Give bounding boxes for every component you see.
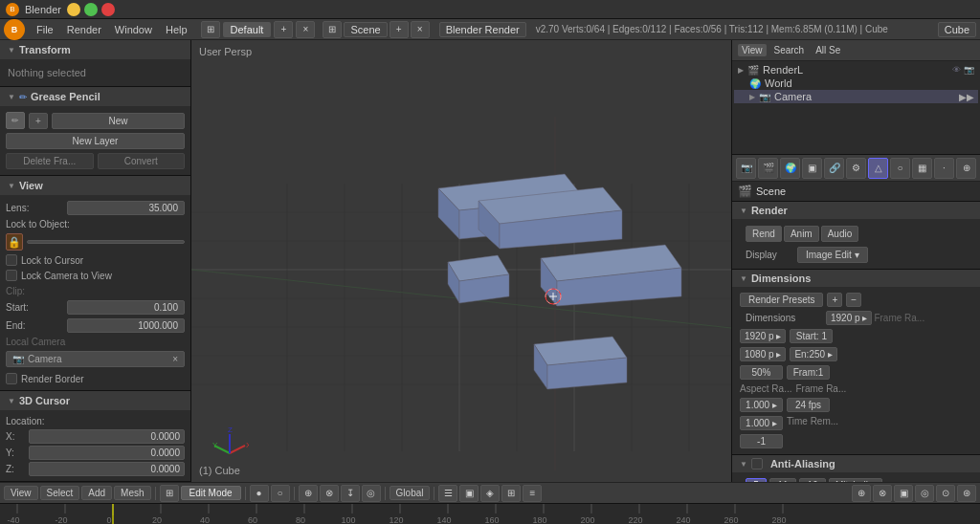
- anti-aliasing-header[interactable]: ▼ Anti-Aliasing: [732, 455, 980, 472]
- res-1080-btn[interactable]: 1080 p ▸: [740, 347, 786, 361]
- minimize-button[interactable]: [67, 3, 80, 16]
- workspace-add-icon[interactable]: +: [274, 21, 293, 38]
- viewport-end-icon3[interactable]: ▣: [894, 485, 913, 502]
- prop-icon-physics[interactable]: ⊕: [956, 158, 976, 179]
- prop-icon-particles[interactable]: ·: [934, 158, 954, 179]
- prop-icon-modifiers[interactable]: ⚙: [846, 158, 866, 179]
- mesh-btn[interactable]: Mesh: [114, 486, 150, 500]
- render-tab-audio[interactable]: Audio: [821, 226, 859, 242]
- select-btn[interactable]: Select: [40, 486, 80, 500]
- viewport-end-icon1[interactable]: ⊕: [852, 485, 871, 502]
- camera-field[interactable]: 📷 Camera ×: [6, 351, 185, 367]
- window-menu[interactable]: Window: [109, 22, 158, 37]
- render-presets-btn[interactable]: Render Presets: [740, 293, 823, 307]
- misc-icon4[interactable]: ⊞: [501, 485, 521, 502]
- expand-arrow-camera[interactable]: ▶: [749, 93, 755, 101]
- camera-clear-icon[interactable]: ×: [172, 354, 178, 364]
- fps-btn[interactable]: 24 fps: [787, 398, 830, 412]
- presets-add-btn[interactable]: +: [827, 293, 842, 307]
- render-border-row[interactable]: Render Border: [6, 371, 185, 386]
- file-menu[interactable]: File: [31, 22, 59, 37]
- outliner-world-row[interactable]: 🌍 World: [734, 76, 978, 90]
- workspace-selector[interactable]: Default: [223, 22, 272, 37]
- aspect-2-btn[interactable]: 1.000 ▸: [740, 416, 783, 430]
- maximize-button[interactable]: [84, 3, 98, 16]
- lock-object-field[interactable]: [27, 240, 185, 244]
- misc-icon3[interactable]: ◈: [480, 485, 500, 502]
- viewport-end-icon2[interactable]: ⊗: [873, 485, 892, 502]
- frame-end-btn[interactable]: En:250 ▸: [790, 347, 836, 361]
- scene-close-icon[interactable]: ×: [411, 21, 430, 38]
- x-value[interactable]: 0.0000: [29, 429, 185, 444]
- lock-cursor-row[interactable]: Lock to Cursor: [6, 252, 185, 268]
- render-menu[interactable]: Render: [61, 22, 107, 37]
- add-btn[interactable]: Add: [81, 486, 112, 500]
- cursor-3d-header[interactable]: ▼ 3D Cursor: [0, 391, 190, 410]
- outliner-allse-tab[interactable]: All Se: [812, 44, 844, 56]
- close-button[interactable]: [101, 3, 115, 16]
- prop-icon-constraints[interactable]: 🔗: [824, 158, 844, 179]
- render-section-header[interactable]: ▼ Render: [732, 202, 980, 219]
- editor-icon-vp[interactable]: ⊞: [160, 485, 179, 502]
- misc-icon1[interactable]: ☰: [438, 485, 457, 502]
- snap-icon[interactable]: ↧: [341, 485, 360, 502]
- lock-camera-checkbox[interactable]: [6, 270, 17, 281]
- shading-icon[interactable]: ●: [250, 485, 269, 502]
- expand-arrow-renderl[interactable]: ▶: [738, 66, 744, 75]
- outliner-view-tab[interactable]: View: [738, 44, 767, 56]
- frame-ruler[interactable]: -40 -20 0 20 40 60 80 100 120 140 160 18…: [0, 503, 980, 524]
- gp-new-layer-button[interactable]: New Layer: [6, 133, 185, 149]
- frame-start-btn[interactable]: Start: 1: [790, 329, 833, 343]
- misc-icon2[interactable]: ▣: [459, 485, 479, 502]
- outliner-search-tab[interactable]: Search: [770, 44, 809, 56]
- gp-new-button[interactable]: New: [52, 113, 185, 129]
- gp-convert-button[interactable]: Convert: [98, 153, 186, 169]
- viewport-end-icon6[interactable]: ⊛: [957, 485, 976, 502]
- proportional-icon[interactable]: ◎: [362, 485, 381, 502]
- outliner-renderl-row[interactable]: ▶ 🎬 RenderL 👁 📷: [734, 63, 978, 76]
- prop-icon-world[interactable]: 🌍: [780, 158, 800, 179]
- prop-icon-scene[interactable]: 🎬: [758, 158, 778, 179]
- global-dropdown[interactable]: Global: [390, 486, 431, 500]
- active-object-name[interactable]: Cube: [938, 22, 976, 37]
- frame-step-btn[interactable]: Fram:1: [787, 365, 830, 380]
- clip-end-value[interactable]: 1000.000: [67, 318, 185, 333]
- transform-header[interactable]: ▼ Transform: [0, 40, 190, 59]
- solid-icon[interactable]: ○: [271, 485, 290, 502]
- render-border-checkbox[interactable]: [6, 373, 17, 384]
- outliner-camera-row[interactable]: ▶ 📷 Camera ▶▶: [734, 90, 978, 103]
- scene-selector[interactable]: Scene: [344, 22, 387, 37]
- viewport-end-icon4[interactable]: ◎: [915, 485, 934, 502]
- editor-type-icon[interactable]: ⊞: [201, 21, 220, 38]
- prop-icon-texture[interactable]: ▦: [912, 158, 932, 179]
- misc-icon5[interactable]: ≡: [523, 485, 542, 502]
- render-engine-selector[interactable]: Blender Render: [439, 22, 526, 37]
- anti-aliasing-checkbox[interactable]: [751, 458, 763, 469]
- lock-camera-row[interactable]: Lock Camera to View: [6, 268, 185, 283]
- workspace-close-icon[interactable]: ×: [296, 21, 315, 38]
- prop-icon-render[interactable]: 📷: [736, 158, 756, 179]
- y-value[interactable]: 0.0000: [29, 446, 185, 460]
- gp-add-icon[interactable]: +: [29, 113, 48, 129]
- render-tab-anim[interactable]: Anim: [784, 226, 819, 242]
- scene-add-icon[interactable]: +: [390, 21, 409, 38]
- minus1-btn[interactable]: -1: [740, 434, 783, 448]
- lock-cursor-checkbox[interactable]: [6, 254, 17, 266]
- grease-pencil-header[interactable]: ▼ ✏ Grease Pencil: [0, 87, 190, 106]
- view-btn[interactable]: View: [4, 486, 38, 500]
- res-50-btn[interactable]: 50%: [740, 365, 783, 380]
- image-edit-btn[interactable]: Image Edit ▾: [797, 247, 868, 263]
- manipulator-icon[interactable]: ⊗: [320, 485, 339, 502]
- view-header[interactable]: ▼ View: [0, 176, 190, 195]
- z-value[interactable]: 0.0000: [29, 462, 185, 476]
- lens-value[interactable]: 35.000: [67, 201, 185, 215]
- clip-start-value[interactable]: 0.100: [67, 300, 185, 315]
- viewport-end-icon5[interactable]: ⊙: [936, 485, 955, 502]
- help-menu[interactable]: Help: [160, 22, 193, 37]
- render-tab-rend[interactable]: Rend: [746, 226, 782, 242]
- pivot-icon[interactable]: ⊕: [299, 485, 318, 502]
- presets-del-btn[interactable]: −: [846, 293, 861, 307]
- edit-mode-btn[interactable]: Edit Mode: [181, 486, 241, 500]
- viewport[interactable]: User Persp: [191, 40, 731, 482]
- res-1920-btn[interactable]: 1920 p ▸: [740, 329, 786, 343]
